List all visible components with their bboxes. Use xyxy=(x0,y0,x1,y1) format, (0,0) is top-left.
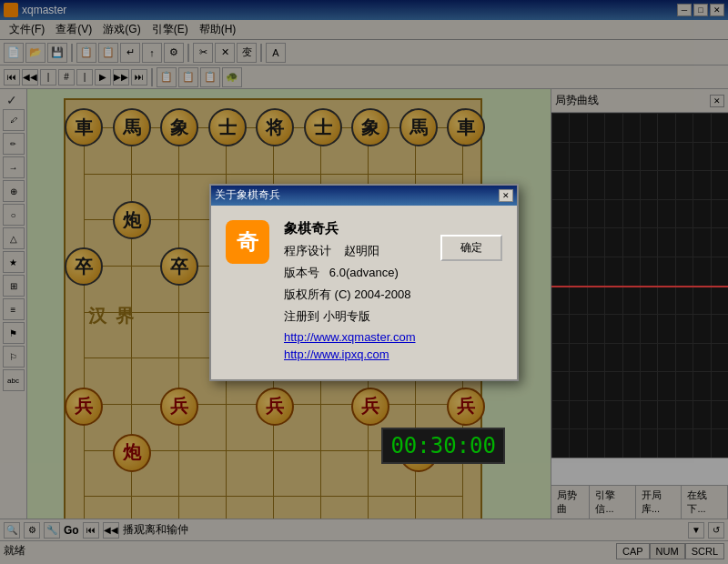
dialog-version: 版本号 6.0(advance) xyxy=(284,265,426,281)
dialog-designer-label: 程序设计 xyxy=(284,244,331,257)
dialog-copyright: 版权所有 (C) 2004-2008 xyxy=(284,287,426,303)
dialog-app-name: 象棋奇兵 xyxy=(284,220,426,237)
dialog-link-2[interactable]: http://www.ipxq.com xyxy=(284,347,426,361)
dialog-ok-button[interactable]: 确定 xyxy=(440,235,502,261)
dialog-register: 注册到 小明专版 xyxy=(284,308,426,325)
dialog-version-label: 版本号 xyxy=(284,266,319,279)
dialog-title-text: 关于象棋奇兵 xyxy=(215,187,280,203)
dialog-body: 奇 象棋奇兵 程序设计 赵明阳 版本号 6.0(advance) 版权所有 (C… xyxy=(211,206,517,379)
dialog-link-1[interactable]: http://www.xqmaster.com xyxy=(284,330,426,344)
about-dialog: 关于象棋奇兵 ✕ 奇 象棋奇兵 程序设计 赵明阳 版本号 6.0(advance… xyxy=(209,184,519,381)
dialog-info: 象棋奇兵 程序设计 赵明阳 版本号 6.0(advance) 版权所有 (C) … xyxy=(284,220,426,365)
dialog-version-value: 6.0(advance) xyxy=(329,266,399,279)
dialog-designer-name: 赵明阳 xyxy=(344,244,379,257)
dialog-designer: 程序设计 赵明阳 xyxy=(284,243,426,259)
dialog-title-bar: 关于象棋奇兵 ✕ xyxy=(211,186,517,206)
dialog-app-icon: 奇 xyxy=(226,220,269,264)
modal-overlay: 关于象棋奇兵 ✕ 奇 象棋奇兵 程序设计 赵明阳 版本号 6.0(advance… xyxy=(0,0,728,564)
dialog-close-button[interactable]: ✕ xyxy=(499,189,513,202)
